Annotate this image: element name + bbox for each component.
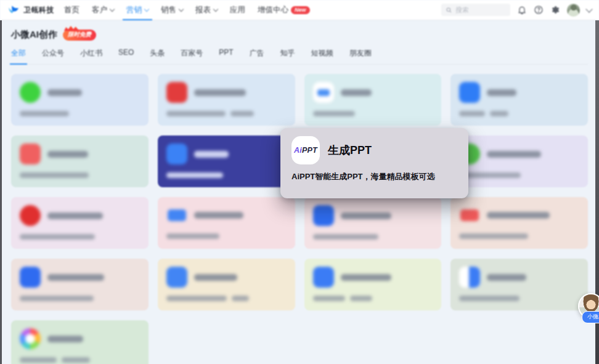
nav-item-label: 应用 xyxy=(230,5,245,15)
ai-tool-card-3[interactable] xyxy=(304,74,442,126)
user-menu-chevron-icon[interactable] xyxy=(585,6,592,12)
tool-icon xyxy=(459,82,480,103)
tab-朋友圈[interactable]: 朋友圈 xyxy=(349,48,372,59)
card-subtitle-placeholder xyxy=(313,234,378,240)
card-subtitle-placeholder xyxy=(313,111,355,116)
card-title-placeholder xyxy=(341,274,391,281)
search-box[interactable] xyxy=(441,4,510,16)
tab-SEO[interactable]: SEO xyxy=(118,48,134,59)
card-title-placeholder xyxy=(194,151,229,158)
tab-头条[interactable]: 头条 xyxy=(150,48,165,59)
card-subtitle-placeholder xyxy=(166,111,226,116)
ai-tool-card-11[interactable] xyxy=(304,197,442,249)
tool-icon xyxy=(459,267,480,288)
card-grid xyxy=(11,74,588,364)
nav-item-增值中心[interactable]: 增值中心New xyxy=(258,0,310,20)
ai-tool-card-12[interactable] xyxy=(450,197,588,249)
tooltip-header: AiPPT 生成PPT xyxy=(291,136,457,164)
ai-tool-card-14[interactable] xyxy=(158,259,295,310)
nav-menu: 首页客户营销销售报表应用增值中心New xyxy=(64,0,310,20)
ai-tool-card-15[interactable] xyxy=(304,259,442,310)
card-title-placeholder xyxy=(194,89,246,96)
card-blurred-content xyxy=(459,144,579,178)
help-icon[interactable] xyxy=(534,5,544,15)
navbar-right xyxy=(441,4,592,17)
tool-icon xyxy=(20,205,41,226)
tool-icon xyxy=(20,82,41,103)
ai-tool-card-4[interactable] xyxy=(450,74,588,126)
chevron-down-icon xyxy=(179,6,184,11)
nav-item-销售[interactable]: 销售 xyxy=(161,0,183,20)
card-subtitle-placeholder xyxy=(459,111,485,116)
card-blurred-content xyxy=(459,205,579,239)
tool-icon xyxy=(166,144,187,164)
card-subtitle-placeholder xyxy=(20,296,94,301)
tool-icon xyxy=(313,205,334,226)
nav-item-报表[interactable]: 报表 xyxy=(195,0,218,20)
tool-icon xyxy=(20,267,41,288)
logo-text: 卫瓴科技 xyxy=(23,5,54,15)
tab-广告[interactable]: 广告 xyxy=(250,48,264,59)
title-row: 小微AI创作 限时免费 xyxy=(11,28,588,41)
ai-tool-card-17[interactable] xyxy=(11,320,149,364)
card-subtitle-placeholder xyxy=(490,111,508,116)
tab-公众号[interactable]: 公众号 xyxy=(42,48,64,59)
ai-tool-card-16[interactable] xyxy=(450,259,588,310)
nav-item-客户[interactable]: 客户 xyxy=(92,0,114,20)
card-title-placeholder xyxy=(341,212,391,219)
card-title-placeholder xyxy=(47,212,103,219)
tab-百家号[interactable]: 百家号 xyxy=(181,48,203,59)
card-blurred-content xyxy=(20,328,140,363)
tab-小红书[interactable]: 小红书 xyxy=(80,48,102,59)
tool-icon xyxy=(166,82,187,103)
tool-icon xyxy=(460,209,479,221)
search-input[interactable] xyxy=(455,6,506,14)
card-blurred-content xyxy=(166,267,287,301)
ai-tool-card-8[interactable] xyxy=(450,135,588,187)
card-title-placeholder xyxy=(487,89,516,96)
app-logo[interactable]: 卫瓴科技 xyxy=(7,4,54,15)
tab-知乎[interactable]: 知乎 xyxy=(280,48,295,59)
tool-icon xyxy=(168,209,186,221)
card-subtitle-placeholder xyxy=(166,233,219,239)
tab-短视频[interactable]: 短视频 xyxy=(311,48,333,59)
ai-tool-card-13[interactable] xyxy=(11,259,149,310)
ai-tool-card-10[interactable] xyxy=(158,197,295,249)
screen-edge-left xyxy=(0,20,2,364)
nav-item-首页[interactable]: 首页 xyxy=(64,0,79,20)
card-subtitle-placeholder xyxy=(166,296,227,301)
tool-icon xyxy=(313,267,334,288)
logo-bird-icon xyxy=(7,4,20,15)
notification-bell-icon[interactable] xyxy=(517,5,527,15)
card-subtitle-placeholder xyxy=(350,296,372,301)
nav-item-label: 销售 xyxy=(161,5,176,15)
nav-item-营销[interactable]: 营销 xyxy=(126,0,149,20)
tool-icon xyxy=(313,82,334,103)
card-title-placeholder xyxy=(487,212,550,219)
tab-全部[interactable]: 全部 xyxy=(11,48,26,59)
ai-tool-card-2[interactable] xyxy=(158,74,295,126)
ai-assistant-float[interactable]: 小微AI xyxy=(578,293,599,319)
ai-tool-card-9[interactable] xyxy=(11,197,149,249)
aippt-logo: AiPPT xyxy=(291,136,320,164)
top-navbar: 卫瓴科技 首页客户营销销售报表应用增值中心New xyxy=(0,0,599,20)
card-title-placeholder xyxy=(47,151,88,158)
settings-gear-icon[interactable] xyxy=(550,5,560,15)
card-blurred-content xyxy=(313,82,433,116)
card-subtitle-placeholder xyxy=(459,296,520,301)
tab-PPT[interactable]: PPT xyxy=(219,48,233,59)
ai-tool-card-5[interactable] xyxy=(11,135,149,187)
user-avatar[interactable] xyxy=(567,4,580,17)
nav-item-label: 客户 xyxy=(92,5,107,15)
new-badge: New xyxy=(291,6,310,14)
nav-item-label: 增值中心 xyxy=(258,5,288,15)
assistant-label: 小微AI xyxy=(582,311,599,323)
card-title-placeholder xyxy=(47,89,82,96)
card-title-placeholder xyxy=(487,274,526,281)
card-subtitle-placeholder xyxy=(62,357,90,363)
nav-item-应用[interactable]: 应用 xyxy=(230,0,245,20)
ai-tool-card-6[interactable] xyxy=(158,135,295,187)
tool-icon xyxy=(20,144,41,164)
ai-tool-card-1[interactable] xyxy=(11,74,149,126)
card-subtitle-placeholder xyxy=(166,172,223,178)
